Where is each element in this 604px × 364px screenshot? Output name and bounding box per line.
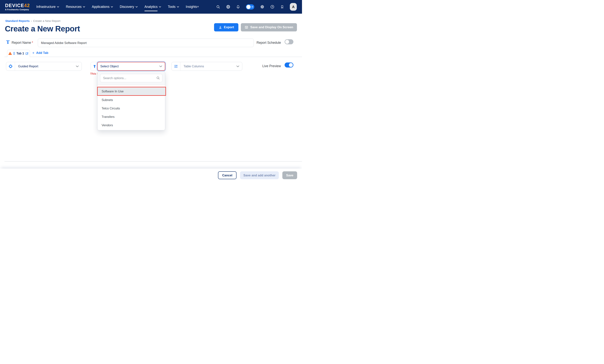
svg-text:?: ? [272,6,273,8]
option-transfers[interactable]: Transfers [98,113,165,121]
option-software-in-use[interactable]: Software In Use [97,87,166,96]
options-search-input[interactable] [100,74,163,82]
export-label: Export [224,25,234,29]
sun-icon [251,6,253,8]
option-subnets[interactable]: Subnets [98,96,165,104]
save-display-label: Save and Display On Screen [250,25,293,29]
add-tab-label: Add Tab [36,51,48,55]
nav-resources[interactable]: Resources [66,5,85,9]
theme-toggle[interactable] [246,4,254,10]
save-display-button[interactable]: Save and Display On Screen [241,23,297,31]
globe-icon[interactable] [226,5,230,9]
header-actions: Export Save and Display On Screen [214,23,297,31]
plus-icon: + [32,51,34,55]
navbar-actions: ? A [216,3,302,11]
nav-insights[interactable]: Insights+ [186,5,199,9]
report-name-label: Report Name* [12,41,33,45]
save-button[interactable]: Save [282,171,297,179]
live-preview-toggle[interactable] [285,63,293,67]
add-tab-button[interactable]: + Add Tab [32,51,48,55]
breadcrumb: Standard Reports › Create a New Report [5,19,61,23]
option-vendors[interactable]: Vendors [98,121,165,129]
tab-1[interactable]: Tab 1 [7,50,30,57]
chevron-down-icon [111,6,113,8]
nav-discovery[interactable]: Discovery [120,5,138,9]
select-object-dropdown[interactable]: Select Object [97,62,165,71]
chevron-down-icon [136,6,138,8]
option-telco-circuits[interactable]: Telco Circuits [98,104,165,113]
footer-action-bar: Cancel Save and add another Save [0,169,302,182]
bookmark-icon[interactable] [280,5,284,9]
toggle-knob [289,63,293,67]
report-type-select[interactable]: Guided Report [6,62,82,71]
cancel-button[interactable]: Cancel [218,171,237,179]
nav-analytics[interactable]: Analytics [144,5,161,9]
gear-icon[interactable] [260,5,264,9]
table-icon [245,25,248,29]
breadcrumb-separator: › [31,19,32,23]
logo-accent: 42 [24,3,30,8]
options-search-section [98,72,165,85]
edit-tab-icon[interactable] [25,52,29,55]
options-list: Software In Use Subnets Telco Circuits T… [98,85,165,130]
export-button[interactable]: Export [214,23,239,31]
main-nav: Infrastructure Resources Applications Di… [36,5,199,9]
top-navbar: DEVICE42 A Freshworks Company Infrastruc… [0,0,302,14]
drag-handle-icon[interactable] [13,52,15,55]
search-icon [156,76,160,81]
chevron-down-icon [83,6,85,8]
required-asterisk: * [32,41,33,45]
columns-icon [172,62,180,71]
text-field-icon: T [6,40,10,45]
nav-tools[interactable]: Tools [168,5,179,9]
report-schedule-label: Report Schedule [257,41,281,45]
breadcrumb-standard-reports[interactable]: Standard Reports [5,19,30,23]
tab-bar-divider [4,57,302,57]
notifications-bell-icon[interactable] [236,5,240,9]
wrench-icon [93,64,97,68]
report-name-input[interactable] [38,38,254,47]
select-object-placeholder: Select Object [100,64,119,68]
toggle-knob [285,40,289,44]
report-type-value: Guided Report [18,64,38,68]
avatar-letter: A [292,5,295,9]
tab-1-label: Tab 1 [16,52,24,55]
help-icon[interactable]: ? [270,5,275,9]
field-error-text: This f [90,72,98,75]
logo-text: DEVICE42 [5,3,30,8]
search-icon[interactable] [216,5,220,9]
table-columns-placeholder: Table Columns [184,64,204,68]
page-title: Create a New Report [5,24,80,33]
save-and-add-another-button[interactable]: Save and add another [240,171,279,179]
theme-toggle-knob [246,5,251,9]
select-object-options-panel: Software In Use Subnets Telco Circuits T… [97,71,165,130]
table-columns-select[interactable]: Table Columns [171,62,242,71]
guided-report-icon [6,62,15,71]
breadcrumb-current: Create a New Report [33,19,61,23]
nav-applications[interactable]: Applications [92,5,113,9]
logo-tagline: A Freshworks Company [5,9,30,11]
user-avatar[interactable]: A [290,3,297,11]
chevron-down-icon [57,6,59,8]
content-divider [4,161,302,162]
chevron-down-icon [159,6,161,8]
live-preview-label: Live Preview [262,64,281,68]
device42-logo[interactable]: DEVICE42 A Freshworks Company [5,3,30,11]
chevron-down-icon [159,65,162,67]
download-icon [219,26,222,29]
warning-icon [8,52,12,55]
chevron-down-icon [76,65,79,67]
nav-infrastructure[interactable]: Infrastructure [36,5,59,9]
report-schedule-toggle[interactable] [285,39,293,44]
chevron-down-icon [236,65,239,67]
create-report-page: DEVICE42 A Freshworks Company Infrastruc… [0,0,302,182]
chevron-down-icon [177,6,179,8]
